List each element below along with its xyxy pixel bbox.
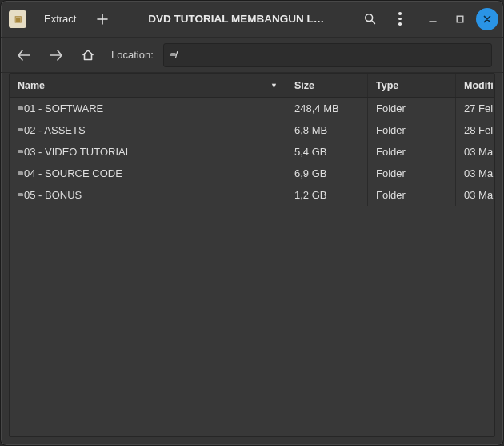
- svg-point-0: [365, 14, 372, 22]
- cell-type: Folder: [368, 163, 456, 184]
- archive-manager-window: ▣ Extract DVD TUTORIAL MEMBANGUN L…: [0, 0, 504, 446]
- file-list: Name ▼ Size Type Modified 01 - SOFTWARE2…: [9, 73, 495, 437]
- location-bar: Location:: [1, 38, 503, 73]
- minimize-icon: [429, 15, 437, 23]
- cell-name-text: 05 - BONUS: [24, 189, 82, 201]
- cell-name: 02 - ASSETS: [10, 119, 286, 141]
- maximize-button[interactable]: [449, 8, 471, 30]
- column-header-type-label: Type: [376, 80, 398, 91]
- search-button[interactable]: [356, 6, 383, 32]
- cell-name-text: 02 - ASSETS: [24, 124, 86, 136]
- column-header-name[interactable]: Name ▼: [10, 74, 286, 97]
- cell-name: 05 - BONUS: [10, 184, 286, 206]
- cell-size-text: 5,4 GB: [294, 146, 326, 158]
- cell-size-text: 6,9 GB: [294, 167, 326, 179]
- arrow-left-icon: [18, 50, 30, 61]
- cell-modified-text: 03 Ma: [464, 146, 493, 158]
- cell-modified: 28 Fel: [456, 119, 494, 141]
- forward-button[interactable]: [44, 43, 68, 67]
- maximize-icon: [456, 15, 464, 23]
- archive-app-icon: ▣: [9, 10, 26, 28]
- cell-size-text: 6,8 MB: [294, 124, 327, 136]
- kebab-menu-icon: [398, 12, 402, 26]
- column-header-modified-label: Modified: [464, 80, 494, 91]
- cell-name: 04 - SOURCE CODE: [10, 163, 286, 184]
- cell-modified: 27 Fel: [456, 98, 494, 119]
- column-header-size-label: Size: [294, 80, 314, 91]
- cell-type: Folder: [368, 141, 456, 163]
- back-button[interactable]: [12, 43, 36, 67]
- home-icon: [82, 49, 94, 61]
- close-icon: [483, 15, 491, 23]
- location-input[interactable]: [175, 49, 485, 61]
- cell-size-text: 248,4 MB: [294, 102, 339, 115]
- file-list-body[interactable]: 01 - SOFTWARE248,4 MBFolder27 Fel02 - AS…: [10, 98, 494, 436]
- column-headers: Name ▼ Size Type Modified: [10, 74, 494, 98]
- column-header-type[interactable]: Type: [368, 74, 456, 97]
- close-button[interactable]: [476, 8, 498, 30]
- cell-modified: 03 Ma: [456, 184, 494, 206]
- sort-descending-icon: ▼: [270, 82, 278, 90]
- cell-type: Folder: [368, 98, 456, 119]
- cell-type-text: Folder: [376, 189, 406, 201]
- cell-type-text: Folder: [376, 167, 406, 179]
- minimize-button[interactable]: [422, 8, 444, 30]
- cell-size: 6,9 GB: [286, 163, 368, 184]
- cell-modified: 03 Ma: [456, 163, 494, 184]
- cell-modified-text: 03 Ma: [464, 167, 493, 179]
- plus-icon: [97, 14, 108, 25]
- cell-name-text: 03 - VIDEO TUTORIAL: [24, 146, 131, 158]
- extract-button[interactable]: Extract: [34, 6, 86, 32]
- location-entry[interactable]: [163, 43, 492, 67]
- add-files-button[interactable]: [89, 6, 116, 32]
- cell-size: 6,8 MB: [286, 119, 368, 141]
- table-row[interactable]: 04 - SOURCE CODE6,9 GBFolder03 Ma: [10, 163, 494, 184]
- cell-size: 248,4 MB: [286, 98, 368, 119]
- headerbar: ▣ Extract DVD TUTORIAL MEMBANGUN L…: [1, 1, 503, 38]
- cell-name-text: 01 - SOFTWARE: [24, 102, 103, 115]
- cell-modified: 03 Ma: [456, 141, 494, 163]
- window-title-area: DVD TUTORIAL MEMBANGUN L…: [119, 13, 353, 25]
- svg-rect-1: [457, 16, 463, 22]
- cell-type: Folder: [368, 184, 456, 206]
- extract-button-label: Extract: [44, 13, 76, 25]
- cell-type-text: Folder: [376, 146, 406, 158]
- cell-modified-text: 03 Ma: [464, 189, 493, 201]
- cell-type-text: Folder: [376, 124, 406, 136]
- window-title: DVD TUTORIAL MEMBANGUN L…: [148, 13, 324, 25]
- cell-size: 5,4 GB: [286, 141, 368, 163]
- home-button[interactable]: [76, 43, 100, 67]
- search-icon: [364, 13, 376, 25]
- location-label: Location:: [111, 49, 154, 61]
- cell-name-text: 04 - SOURCE CODE: [24, 167, 122, 179]
- window-controls: [422, 8, 498, 30]
- table-row[interactable]: 02 - ASSETS6,8 MBFolder28 Fel: [10, 119, 494, 141]
- cell-type-text: Folder: [376, 102, 406, 115]
- column-header-name-label: Name: [18, 80, 45, 91]
- column-header-size[interactable]: Size: [286, 74, 368, 97]
- cell-name: 03 - VIDEO TUTORIAL: [10, 141, 286, 163]
- menu-button[interactable]: [386, 6, 414, 32]
- arrow-right-icon: [50, 50, 62, 61]
- table-row[interactable]: 03 - VIDEO TUTORIAL5,4 GBFolder03 Ma: [10, 141, 494, 163]
- column-header-modified[interactable]: Modified: [456, 74, 494, 97]
- cell-name: 01 - SOFTWARE: [10, 98, 286, 119]
- cell-size: 1,2 GB: [286, 184, 368, 206]
- cell-type: Folder: [368, 119, 456, 141]
- cell-modified-text: 27 Fel: [464, 102, 493, 115]
- table-row[interactable]: 01 - SOFTWARE248,4 MBFolder27 Fel: [10, 98, 494, 119]
- cell-modified-text: 28 Fel: [464, 124, 493, 136]
- table-row[interactable]: 05 - BONUS1,2 GBFolder03 Ma: [10, 184, 494, 206]
- cell-size-text: 1,2 GB: [294, 189, 326, 201]
